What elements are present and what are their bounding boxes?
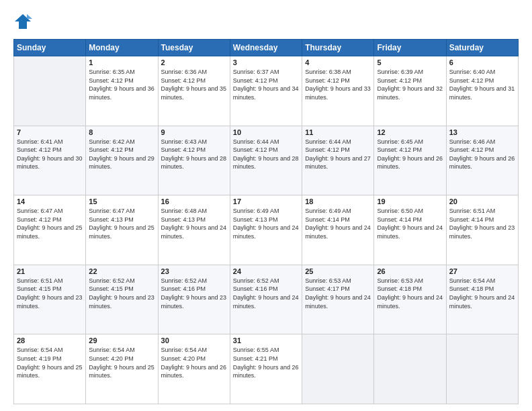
calendar-week-row: 21Sunrise: 6:51 AMSunset: 4:15 PMDayligh… (14, 265, 519, 334)
day-info: Sunrise: 6:41 AMSunset: 4:12 PMDaylight:… (17, 138, 83, 171)
day-number: 23 (161, 267, 227, 275)
calendar-cell: 13Sunrise: 6:46 AMSunset: 4:12 PMDayligh… (446, 126, 518, 195)
day-number: 28 (17, 336, 83, 345)
day-number: 19 (377, 197, 443, 205)
weekday-header: Monday (86, 40, 158, 56)
weekday-header: Thursday (302, 40, 374, 56)
day-number: 26 (377, 267, 443, 275)
page: SundayMondayTuesdayWednesdayThursdayFrid… (0, 0, 532, 411)
svg-marker-1 (27, 14, 32, 19)
calendar-cell: 19Sunrise: 6:50 AMSunset: 4:14 PMDayligh… (374, 195, 446, 265)
calendar-cell: 8Sunrise: 6:42 AMSunset: 4:12 PMDaylight… (86, 126, 158, 195)
calendar-cell: 27Sunrise: 6:54 AMSunset: 4:18 PMDayligh… (446, 265, 518, 334)
day-number: 31 (233, 336, 299, 345)
day-number: 15 (89, 197, 154, 205)
day-info: Sunrise: 6:54 AMSunset: 4:20 PMDaylight:… (161, 346, 227, 379)
calendar-cell: 23Sunrise: 6:52 AMSunset: 4:16 PMDayligh… (158, 265, 230, 334)
day-info: Sunrise: 6:52 AMSunset: 4:16 PMDaylight:… (233, 277, 299, 310)
day-number: 13 (449, 128, 515, 136)
calendar-cell: 12Sunrise: 6:45 AMSunset: 4:12 PMDayligh… (374, 126, 446, 195)
weekday-header: Wednesday (230, 40, 302, 56)
calendar-cell: 9Sunrise: 6:43 AMSunset: 4:12 PMDaylight… (158, 126, 230, 195)
day-info: Sunrise: 6:51 AMSunset: 4:15 PMDaylight:… (17, 277, 83, 310)
day-info: Sunrise: 6:44 AMSunset: 4:12 PMDaylight:… (305, 138, 371, 171)
calendar-cell: 26Sunrise: 6:53 AMSunset: 4:18 PMDayligh… (374, 265, 446, 334)
calendar-cell: 10Sunrise: 6:44 AMSunset: 4:12 PMDayligh… (230, 126, 302, 195)
day-info: Sunrise: 6:52 AMSunset: 4:15 PMDaylight:… (89, 277, 154, 310)
day-number: 21 (17, 267, 83, 275)
calendar-cell: 3Sunrise: 6:37 AMSunset: 4:12 PMDaylight… (230, 56, 302, 126)
day-number: 1 (89, 58, 154, 66)
logo-icon (13, 12, 32, 31)
day-info: Sunrise: 6:37 AMSunset: 4:12 PMDaylight:… (233, 68, 299, 101)
calendar-cell: 24Sunrise: 6:52 AMSunset: 4:16 PMDayligh… (230, 265, 302, 334)
day-info: Sunrise: 6:51 AMSunset: 4:14 PMDaylight:… (449, 207, 515, 240)
day-info: Sunrise: 6:46 AMSunset: 4:12 PMDaylight:… (449, 138, 515, 171)
calendar-cell: 5Sunrise: 6:39 AMSunset: 4:12 PMDaylight… (374, 56, 446, 126)
day-number: 29 (89, 336, 154, 345)
calendar-cell: 22Sunrise: 6:52 AMSunset: 4:15 PMDayligh… (86, 265, 158, 334)
day-info: Sunrise: 6:43 AMSunset: 4:12 PMDaylight:… (161, 138, 227, 171)
day-info: Sunrise: 6:55 AMSunset: 4:21 PMDaylight:… (233, 346, 299, 379)
day-info: Sunrise: 6:52 AMSunset: 4:16 PMDaylight:… (161, 277, 227, 310)
calendar-cell: 11Sunrise: 6:44 AMSunset: 4:12 PMDayligh… (302, 126, 374, 195)
weekday-header: Saturday (446, 40, 518, 56)
calendar-cell: 25Sunrise: 6:53 AMSunset: 4:17 PMDayligh… (302, 265, 374, 334)
day-info: Sunrise: 6:48 AMSunset: 4:13 PMDaylight:… (161, 207, 227, 240)
calendar-table: SundayMondayTuesdayWednesdayThursdayFrid… (13, 39, 519, 404)
calendar-cell: 18Sunrise: 6:49 AMSunset: 4:14 PMDayligh… (302, 195, 374, 265)
calendar-cell: 29Sunrise: 6:54 AMSunset: 4:20 PMDayligh… (86, 334, 158, 404)
calendar-week-row: 28Sunrise: 6:54 AMSunset: 4:19 PMDayligh… (14, 334, 519, 404)
day-info: Sunrise: 6:49 AMSunset: 4:14 PMDaylight:… (305, 207, 371, 240)
calendar-cell (446, 334, 518, 404)
calendar-cell: 4Sunrise: 6:38 AMSunset: 4:12 PMDaylight… (302, 56, 374, 126)
calendar-cell (14, 56, 86, 126)
weekday-header: Tuesday (158, 40, 230, 56)
day-number: 16 (161, 197, 227, 205)
day-info: Sunrise: 6:38 AMSunset: 4:12 PMDaylight:… (305, 68, 371, 101)
day-info: Sunrise: 6:53 AMSunset: 4:18 PMDaylight:… (377, 277, 443, 310)
calendar-cell: 21Sunrise: 6:51 AMSunset: 4:15 PMDayligh… (14, 265, 86, 334)
day-number: 5 (377, 58, 443, 66)
weekday-header: Friday (374, 40, 446, 56)
day-info: Sunrise: 6:35 AMSunset: 4:12 PMDaylight:… (89, 68, 154, 101)
weekday-header: Sunday (14, 40, 86, 56)
day-number: 27 (449, 267, 515, 275)
day-info: Sunrise: 6:45 AMSunset: 4:12 PMDaylight:… (377, 138, 443, 171)
day-number: 4 (305, 58, 371, 66)
day-info: Sunrise: 6:47 AMSunset: 4:12 PMDaylight:… (17, 207, 83, 240)
calendar-cell: 15Sunrise: 6:47 AMSunset: 4:13 PMDayligh… (86, 195, 158, 265)
day-number: 8 (89, 128, 154, 136)
day-info: Sunrise: 6:49 AMSunset: 4:13 PMDaylight:… (233, 207, 299, 240)
day-number: 18 (305, 197, 371, 205)
day-info: Sunrise: 6:36 AMSunset: 4:12 PMDaylight:… (161, 68, 227, 101)
day-number: 10 (233, 128, 299, 136)
day-info: Sunrise: 6:44 AMSunset: 4:12 PMDaylight:… (233, 138, 299, 171)
calendar-week-row: 1Sunrise: 6:35 AMSunset: 4:12 PMDaylight… (14, 56, 519, 126)
calendar-cell: 6Sunrise: 6:40 AMSunset: 4:12 PMDaylight… (446, 56, 518, 126)
calendar-cell: 28Sunrise: 6:54 AMSunset: 4:19 PMDayligh… (14, 334, 86, 404)
day-number: 17 (233, 197, 299, 205)
calendar-cell: 17Sunrise: 6:49 AMSunset: 4:13 PMDayligh… (230, 195, 302, 265)
calendar-cell: 7Sunrise: 6:41 AMSunset: 4:12 PMDaylight… (14, 126, 86, 195)
calendar-week-row: 14Sunrise: 6:47 AMSunset: 4:12 PMDayligh… (14, 195, 519, 265)
day-info: Sunrise: 6:47 AMSunset: 4:13 PMDaylight:… (89, 207, 154, 240)
day-info: Sunrise: 6:54 AMSunset: 4:20 PMDaylight:… (89, 346, 154, 379)
calendar-cell: 30Sunrise: 6:54 AMSunset: 4:20 PMDayligh… (158, 334, 230, 404)
calendar-cell: 1Sunrise: 6:35 AMSunset: 4:12 PMDaylight… (86, 56, 158, 126)
day-info: Sunrise: 6:40 AMSunset: 4:12 PMDaylight:… (449, 68, 515, 101)
day-info: Sunrise: 6:42 AMSunset: 4:12 PMDaylight:… (89, 138, 154, 171)
calendar-cell (302, 334, 374, 404)
day-number: 6 (449, 58, 515, 66)
logo (13, 12, 35, 31)
day-number: 22 (89, 267, 154, 275)
day-number: 3 (233, 58, 299, 66)
calendar-cell: 14Sunrise: 6:47 AMSunset: 4:12 PMDayligh… (14, 195, 86, 265)
day-number: 12 (377, 128, 443, 136)
calendar-cell: 2Sunrise: 6:36 AMSunset: 4:12 PMDaylight… (158, 56, 230, 126)
day-number: 2 (161, 58, 227, 66)
calendar-cell (374, 334, 446, 404)
day-number: 14 (17, 197, 83, 205)
calendar-cell: 31Sunrise: 6:55 AMSunset: 4:21 PMDayligh… (230, 334, 302, 404)
day-info: Sunrise: 6:54 AMSunset: 4:19 PMDaylight:… (17, 346, 83, 379)
